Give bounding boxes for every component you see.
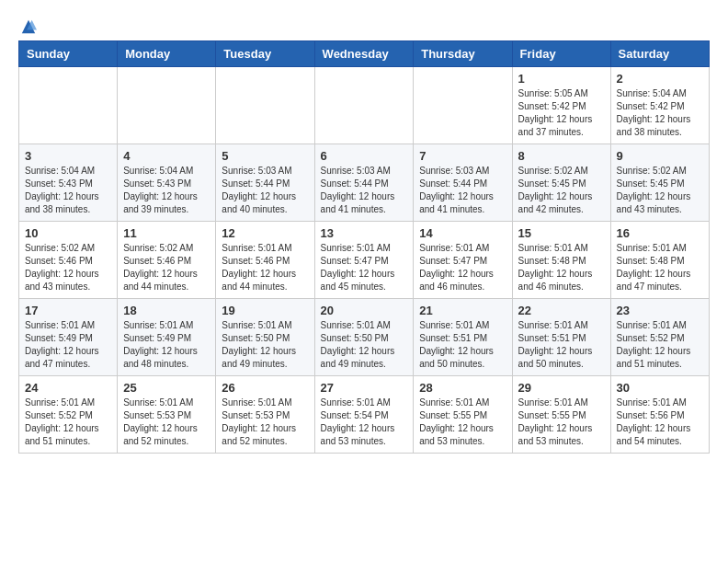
calendar-header-row: SundayMondayTuesdayWednesdayThursdayFrid… [19, 41, 710, 67]
day-number: 5 [222, 149, 308, 163]
calendar-cell: 12Sunrise: 5:01 AMSunset: 5:46 PMDayligh… [216, 222, 314, 299]
day-info: Sunrise: 5:01 AMSunset: 5:50 PMDaylight:… [321, 319, 408, 371]
calendar-cell: 30Sunrise: 5:01 AMSunset: 5:56 PMDayligh… [610, 376, 709, 454]
calendar-cell: 18Sunrise: 5:01 AMSunset: 5:49 PMDayligh… [118, 299, 216, 376]
calendar-cell: 3Sunrise: 5:04 AMSunset: 5:43 PMDaylight… [19, 144, 118, 222]
calendar-cell [216, 67, 314, 144]
day-number: 22 [518, 304, 605, 317]
calendar-cell: 13Sunrise: 5:01 AMSunset: 5:47 PMDayligh… [314, 222, 414, 299]
calendar-cell: 29Sunrise: 5:01 AMSunset: 5:55 PMDayligh… [512, 376, 610, 454]
day-number: 23 [617, 304, 703, 317]
calendar-cell: 16Sunrise: 5:01 AMSunset: 5:48 PMDayligh… [610, 222, 709, 299]
day-info: Sunrise: 5:01 AMSunset: 5:50 PMDaylight:… [222, 319, 308, 371]
day-number: 16 [617, 226, 703, 240]
calendar-cell: 1Sunrise: 5:05 AMSunset: 5:42 PMDaylight… [512, 67, 610, 144]
day-number: 13 [321, 226, 408, 240]
calendar-cell: 5Sunrise: 5:03 AMSunset: 5:44 PMDaylight… [216, 144, 314, 222]
calendar-cell: 22Sunrise: 5:01 AMSunset: 5:51 PMDayligh… [512, 299, 610, 376]
day-info: Sunrise: 5:05 AMSunset: 5:42 PMDaylight:… [518, 87, 605, 139]
calendar-cell: 14Sunrise: 5:01 AMSunset: 5:47 PMDayligh… [414, 222, 512, 299]
calendar-cell: 23Sunrise: 5:01 AMSunset: 5:52 PMDayligh… [610, 299, 709, 376]
calendar-cell [414, 67, 512, 144]
day-info: Sunrise: 5:04 AMSunset: 5:42 PMDaylight:… [617, 87, 703, 139]
day-info: Sunrise: 5:01 AMSunset: 5:47 PMDaylight:… [419, 242, 506, 293]
day-number: 26 [222, 381, 308, 395]
day-info: Sunrise: 5:04 AMSunset: 5:43 PMDaylight:… [123, 165, 210, 216]
day-number: 8 [518, 149, 605, 163]
calendar-cell: 17Sunrise: 5:01 AMSunset: 5:49 PMDayligh… [19, 299, 118, 376]
page-header [18, 18, 710, 31]
calendar-header-saturday: Saturday [610, 41, 709, 67]
calendar-week-row: 3Sunrise: 5:04 AMSunset: 5:43 PMDaylight… [19, 144, 710, 222]
day-info: Sunrise: 5:01 AMSunset: 5:55 PMDaylight:… [518, 396, 605, 448]
day-number: 4 [123, 149, 210, 163]
calendar-week-row: 24Sunrise: 5:01 AMSunset: 5:52 PMDayligh… [19, 376, 710, 454]
calendar-cell: 7Sunrise: 5:03 AMSunset: 5:44 PMDaylight… [414, 144, 512, 222]
day-info: Sunrise: 5:01 AMSunset: 5:48 PMDaylight:… [518, 242, 605, 293]
day-number: 18 [123, 304, 210, 317]
calendar-cell [19, 67, 118, 144]
day-info: Sunrise: 5:02 AMSunset: 5:46 PMDaylight:… [123, 242, 210, 293]
day-number: 21 [419, 304, 506, 317]
calendar-cell: 27Sunrise: 5:01 AMSunset: 5:54 PMDayligh… [314, 376, 414, 454]
calendar-header-monday: Monday [118, 41, 216, 67]
day-info: Sunrise: 5:01 AMSunset: 5:49 PMDaylight:… [25, 319, 111, 371]
day-info: Sunrise: 5:01 AMSunset: 5:46 PMDaylight:… [222, 242, 308, 293]
calendar-header-thursday: Thursday [414, 41, 512, 67]
day-number: 20 [321, 304, 408, 317]
day-info: Sunrise: 5:01 AMSunset: 5:53 PMDaylight:… [222, 396, 308, 448]
day-info: Sunrise: 5:03 AMSunset: 5:44 PMDaylight:… [419, 165, 506, 216]
calendar-cell: 20Sunrise: 5:01 AMSunset: 5:50 PMDayligh… [314, 299, 414, 376]
calendar-cell: 25Sunrise: 5:01 AMSunset: 5:53 PMDayligh… [118, 376, 216, 454]
day-info: Sunrise: 5:01 AMSunset: 5:49 PMDaylight:… [123, 319, 210, 371]
calendar-header-wednesday: Wednesday [314, 41, 414, 67]
day-info: Sunrise: 5:02 AMSunset: 5:46 PMDaylight:… [25, 242, 111, 293]
calendar-cell: 24Sunrise: 5:01 AMSunset: 5:52 PMDayligh… [19, 376, 118, 454]
calendar-cell: 21Sunrise: 5:01 AMSunset: 5:51 PMDayligh… [414, 299, 512, 376]
day-number: 6 [321, 149, 408, 163]
day-number: 1 [518, 72, 605, 86]
day-info: Sunrise: 5:02 AMSunset: 5:45 PMDaylight:… [518, 165, 605, 216]
day-info: Sunrise: 5:01 AMSunset: 5:48 PMDaylight:… [617, 242, 703, 293]
calendar-header-tuesday: Tuesday [216, 41, 314, 67]
calendar-cell: 19Sunrise: 5:01 AMSunset: 5:50 PMDayligh… [216, 299, 314, 376]
calendar-cell: 28Sunrise: 5:01 AMSunset: 5:55 PMDayligh… [414, 376, 512, 454]
day-number: 2 [617, 72, 703, 86]
day-info: Sunrise: 5:01 AMSunset: 5:54 PMDaylight:… [321, 396, 408, 448]
day-number: 12 [222, 226, 308, 240]
calendar-table: SundayMondayTuesdayWednesdayThursdayFrid… [18, 40, 710, 454]
day-number: 24 [25, 381, 111, 395]
day-number: 27 [321, 381, 408, 395]
calendar-cell: 10Sunrise: 5:02 AMSunset: 5:46 PMDayligh… [19, 222, 118, 299]
calendar-week-row: 1Sunrise: 5:05 AMSunset: 5:42 PMDaylight… [19, 67, 710, 144]
day-number: 17 [25, 304, 111, 317]
day-number: 11 [123, 226, 210, 240]
day-info: Sunrise: 5:01 AMSunset: 5:51 PMDaylight:… [518, 319, 605, 371]
day-number: 30 [617, 381, 703, 395]
calendar-cell [118, 67, 216, 144]
day-info: Sunrise: 5:04 AMSunset: 5:43 PMDaylight:… [25, 165, 111, 216]
day-info: Sunrise: 5:01 AMSunset: 5:55 PMDaylight:… [419, 396, 506, 448]
calendar-week-row: 17Sunrise: 5:01 AMSunset: 5:49 PMDayligh… [19, 299, 710, 376]
day-info: Sunrise: 5:01 AMSunset: 5:53 PMDaylight:… [123, 396, 210, 448]
day-number: 3 [25, 149, 111, 163]
logo [18, 18, 37, 31]
day-info: Sunrise: 5:03 AMSunset: 5:44 PMDaylight:… [222, 165, 308, 216]
day-number: 19 [222, 304, 308, 317]
calendar-cell: 9Sunrise: 5:02 AMSunset: 5:45 PMDaylight… [610, 144, 709, 222]
day-info: Sunrise: 5:01 AMSunset: 5:52 PMDaylight:… [25, 396, 111, 448]
logo-icon [20, 18, 37, 35]
day-number: 9 [617, 149, 703, 163]
calendar-cell: 4Sunrise: 5:04 AMSunset: 5:43 PMDaylight… [118, 144, 216, 222]
calendar-week-row: 10Sunrise: 5:02 AMSunset: 5:46 PMDayligh… [19, 222, 710, 299]
day-info: Sunrise: 5:01 AMSunset: 5:56 PMDaylight:… [617, 396, 703, 448]
calendar-cell: 6Sunrise: 5:03 AMSunset: 5:44 PMDaylight… [314, 144, 414, 222]
day-info: Sunrise: 5:01 AMSunset: 5:47 PMDaylight:… [321, 242, 408, 293]
day-number: 25 [123, 381, 210, 395]
day-number: 15 [518, 226, 605, 240]
calendar-cell: 2Sunrise: 5:04 AMSunset: 5:42 PMDaylight… [610, 67, 709, 144]
day-info: Sunrise: 5:02 AMSunset: 5:45 PMDaylight:… [617, 165, 703, 216]
calendar-header-friday: Friday [512, 41, 610, 67]
calendar-cell: 26Sunrise: 5:01 AMSunset: 5:53 PMDayligh… [216, 376, 314, 454]
calendar-header-sunday: Sunday [19, 41, 118, 67]
